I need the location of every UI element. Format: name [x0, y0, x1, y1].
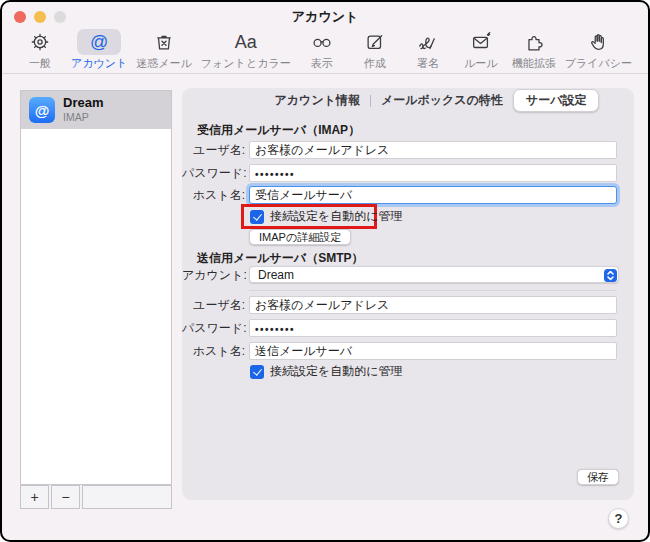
toolbar-item-viewing[interactable]: 表示 [298, 29, 346, 71]
smtp-hostname-row: ホスト名: [182, 342, 634, 360]
smtp-account-row: アカウント: Dream [182, 266, 634, 284]
title-bar: アカウント [2, 2, 648, 28]
mail-preferences-window: アカウント 一般 @ アカウント [0, 0, 650, 542]
tab-server-settings[interactable]: サーバ設定 [513, 89, 600, 112]
smtp-username-label: ユーザ名: [182, 296, 245, 314]
toolbar-label: アカウント [71, 56, 127, 71]
imap-password-label: パスワード: [182, 164, 245, 182]
trash-x-icon [142, 29, 186, 55]
toolbar-item-fonts-colors[interactable]: Aa フォントとカラー [199, 29, 293, 71]
toolbar-item-privacy[interactable]: プライバシー [563, 29, 634, 71]
server-settings-panel: アカウント情報 メールボックスの特性 サーバ設定 受信用メールサーバ（IMAP）… [182, 88, 634, 500]
imap-section-heading: 受信用メールサーバ（IMAP） [197, 122, 360, 139]
toolbar-item-rules[interactable]: ルール [457, 29, 505, 71]
imap-auto-manage-label: 接続設定を自動的に管理 [270, 208, 403, 225]
toolbar-label: 迷惑メール [136, 56, 192, 71]
imap-password-row: パスワード: [182, 164, 634, 182]
imap-username-input[interactable] [249, 141, 617, 159]
toolbar-label: ルール [464, 56, 498, 71]
imap-hostname-label: ホスト名: [182, 186, 245, 204]
imap-auto-manage-checkbox[interactable] [250, 210, 264, 224]
toolbar-label: フォントとカラー [201, 56, 291, 71]
signature-icon [406, 29, 450, 55]
save-button[interactable]: 保存 [577, 469, 619, 485]
gear-icon [18, 29, 62, 55]
chevron-up-down-icon [604, 269, 617, 282]
smtp-section-heading: 送信用メールサーバ（SMTP） [197, 250, 363, 267]
account-tabs: アカウント情報 メールボックスの特性 サーバ設定 [182, 90, 634, 111]
imap-username-label: ユーザ名: [182, 141, 245, 159]
smtp-username-row: ユーザ名: [182, 296, 634, 314]
toolbar-item-accounts[interactable]: @ アカウント [69, 29, 129, 71]
section-separator [249, 290, 617, 291]
preferences-toolbar: 一般 @ アカウント 迷惑メール Aa フォントとカラー [2, 29, 648, 73]
puzzle-icon [512, 29, 556, 55]
accounts-sidebar: @ Dream IMAP [20, 90, 172, 485]
hand-icon [576, 29, 620, 55]
tab-account-info[interactable]: アカウント情報 [265, 90, 370, 111]
tab-mailbox-behaviors[interactable]: メールボックスの特性 [371, 90, 513, 111]
imap-username-row: ユーザ名: [182, 141, 634, 159]
glasses-icon [300, 29, 344, 55]
toolbar-item-composing[interactable]: 作成 [351, 29, 399, 71]
remove-account-button[interactable]: − [51, 485, 80, 509]
fonts-icon: Aa [224, 29, 268, 55]
sidebar-account-item[interactable]: @ Dream IMAP [21, 91, 171, 129]
window-title: アカウント [2, 8, 648, 26]
smtp-hostname-input[interactable] [249, 342, 617, 360]
smtp-hostname-label: ホスト名: [182, 342, 245, 360]
smtp-password-label: パスワード: [182, 319, 245, 337]
smtp-account-dropdown[interactable]: Dream [249, 266, 619, 283]
toolbar-label: プライバシー [565, 56, 632, 71]
toolbar-label: 作成 [364, 56, 386, 71]
toolbar-separator [2, 73, 648, 74]
toolbar-item-extensions[interactable]: 機能拡張 [510, 29, 558, 71]
at-icon: @ [77, 29, 121, 55]
imap-hostname-input[interactable] [249, 186, 617, 204]
sidebar-footer: + − [20, 485, 172, 509]
toolbar-item-junk-mail[interactable]: 迷惑メール [134, 29, 194, 71]
smtp-password-row: パスワード: [182, 319, 634, 337]
toolbar-item-signatures[interactable]: 署名 [404, 29, 452, 71]
toolbar-label: 一般 [29, 56, 51, 71]
account-name: Dream [63, 95, 103, 110]
compose-icon [353, 29, 397, 55]
help-button[interactable]: ? [608, 508, 629, 529]
account-at-icon: @ [29, 97, 55, 123]
account-type: IMAP [63, 111, 89, 123]
toolbar-label: 署名 [417, 56, 439, 71]
smtp-username-input[interactable] [249, 296, 617, 314]
toolbar-label: 機能拡張 [512, 56, 556, 71]
add-account-button[interactable]: + [20, 485, 49, 509]
imap-password-input[interactable] [249, 164, 617, 182]
rules-icon [459, 29, 503, 55]
toolbar-item-general[interactable]: 一般 [16, 29, 64, 71]
sidebar-footer-filler [82, 485, 172, 509]
smtp-account-label: アカウント: [182, 266, 245, 284]
smtp-password-input[interactable] [249, 319, 617, 337]
imap-auto-manage-row: 接続設定を自動的に管理 [250, 209, 403, 224]
imap-hostname-row: ホスト名: [182, 186, 634, 204]
smtp-account-value: Dream [258, 268, 294, 283]
smtp-auto-manage-label: 接続設定を自動的に管理 [270, 363, 403, 380]
smtp-auto-manage-row: 接続設定を自動的に管理 [250, 364, 403, 379]
smtp-auto-manage-checkbox[interactable] [250, 365, 264, 379]
toolbar-label: 表示 [311, 56, 333, 71]
imap-advanced-settings-button[interactable]: IMAPの詳細設定 [249, 229, 351, 245]
